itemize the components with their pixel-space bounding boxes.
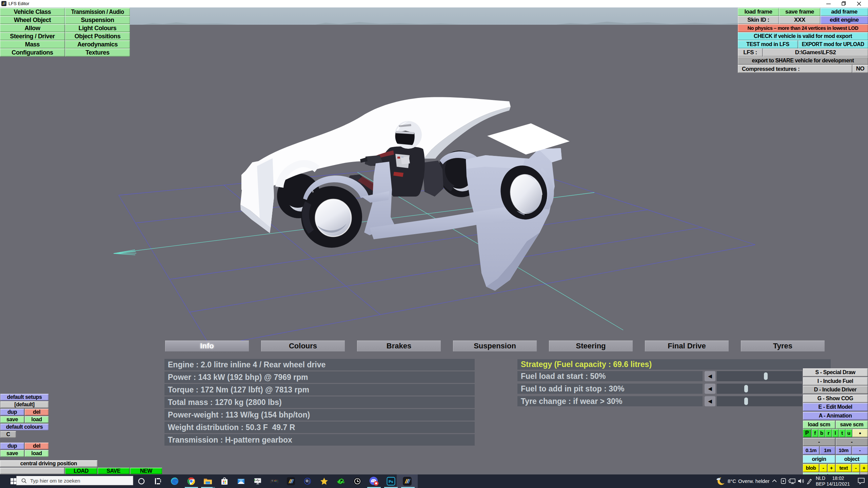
svg-text:Ps: Ps — [389, 480, 393, 484]
